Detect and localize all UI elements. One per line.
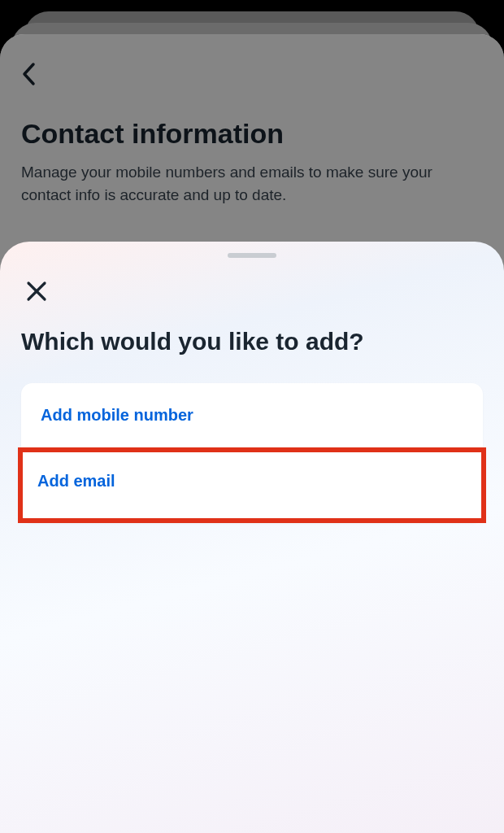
close-icon <box>26 281 47 302</box>
add-mobile-option[interactable]: Add mobile number <box>21 383 483 447</box>
sheet-title: Which would you like to add? <box>21 328 483 355</box>
bottom-sheet: Which would you like to add? Add mobile … <box>0 242 504 833</box>
drag-handle[interactable] <box>228 253 276 258</box>
close-button[interactable] <box>26 281 47 302</box>
options-card: Add mobile number Add email <box>21 383 483 523</box>
add-email-option[interactable]: Add email <box>18 447 486 523</box>
